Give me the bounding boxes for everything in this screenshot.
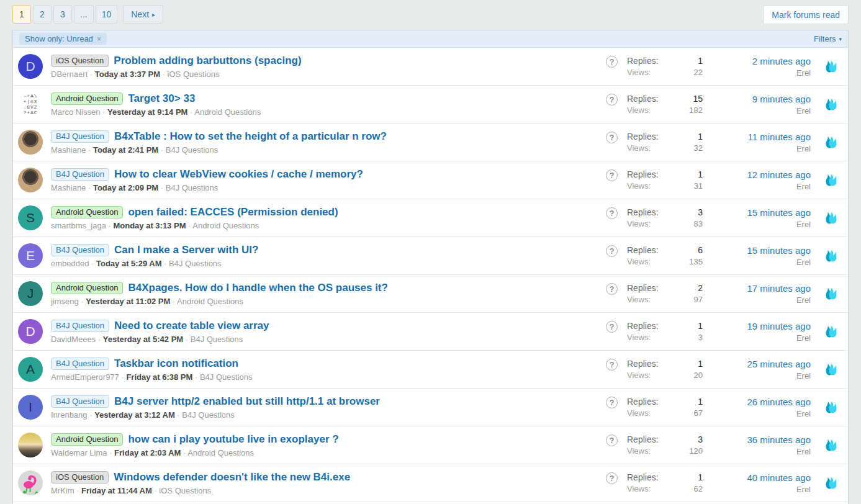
thread-title[interactable]: Target 30> 33	[128, 92, 195, 105]
pagination-page-button[interactable]: 10	[96, 5, 118, 24]
last-poster-avatar[interactable]	[821, 437, 842, 453]
avatar[interactable]: E	[18, 243, 43, 268]
last-reply-time[interactable]: 36 minutes ago	[703, 434, 811, 445]
last-reply-time[interactable]: 15 minutes ago	[703, 207, 811, 218]
thread-meta-author[interactable]: embedded	[51, 259, 89, 268]
last-reply-author[interactable]: Erel	[703, 485, 811, 494]
last-reply-time[interactable]: 17 minutes ago	[703, 283, 811, 294]
last-reply-time[interactable]: 11 minutes ago	[703, 132, 811, 142]
last-poster-avatar[interactable]	[821, 248, 842, 264]
thread-meta-forum[interactable]: Android Questions	[187, 107, 261, 117]
thread-meta-author[interactable]: Marco Nissen	[51, 107, 100, 117]
thread-meta-author[interactable]: ArmedEmperor977	[51, 372, 119, 382]
last-reply-time[interactable]: 19 minutes ago	[703, 321, 811, 331]
thread-meta-author[interactable]: smartbms_jaga	[51, 221, 106, 230]
thread-meta-author[interactable]: Mashiane	[51, 183, 86, 192]
last-reply-time[interactable]: 9 minutes ago	[703, 94, 811, 104]
thread-tag-badge[interactable]: B4J Question	[51, 358, 109, 370]
thread-tag-badge[interactable]: Android Question	[51, 92, 123, 105]
thread-title[interactable]: Windows defender doesn't like the new B4…	[114, 471, 350, 484]
thread-meta-forum[interactable]: B4J Questions	[175, 410, 235, 420]
avatar[interactable]	[18, 130, 43, 155]
avatar[interactable]	[18, 433, 43, 457]
thread-meta-forum[interactable]: Android Questions	[170, 297, 243, 306]
last-poster-avatar[interactable]	[821, 399, 842, 415]
thread-title[interactable]: B4Xpages. How do I handle when the OS pa…	[128, 282, 387, 294]
thread-title[interactable]: How to clear WebView cookies / cache / m…	[114, 168, 363, 181]
thread-meta-date[interactable]: Today at 5:29 AM	[89, 259, 161, 268]
last-poster-avatar[interactable]	[821, 58, 842, 74]
thread-meta-forum[interactable]: iOS Questions	[152, 486, 211, 495]
filters-dropdown[interactable]: Filters ▾	[814, 34, 842, 43]
last-poster-avatar[interactable]	[821, 210, 842, 226]
thread-tag-badge[interactable]: Android Question	[51, 282, 123, 294]
thread-title[interactable]: Can I make a Server with UI?	[114, 244, 258, 256]
thread-meta-author[interactable]: Waldemar Lima	[51, 448, 107, 457]
thread-title[interactable]: how can i play youtube live in exoplayer…	[128, 433, 338, 446]
last-poster-avatar[interactable]	[821, 361, 842, 377]
thread-meta-forum[interactable]: B4J Questions	[161, 259, 221, 268]
last-reply-time[interactable]: 26 minutes ago	[703, 397, 811, 407]
thread-tag-badge[interactable]: B4J Question	[51, 320, 109, 332]
pagination-ellipsis-button[interactable]: ...	[74, 5, 94, 24]
thread-meta-date[interactable]: Today at 3:37 PM	[88, 70, 160, 79]
thread-tag-badge[interactable]: B4J Question	[51, 395, 109, 408]
thread-tag-badge[interactable]: iOS Question	[51, 55, 109, 67]
thread-tag-badge[interactable]: B4J Question	[51, 168, 109, 181]
thread-meta-author[interactable]: MrKim	[51, 486, 74, 495]
last-reply-author[interactable]: Erel	[703, 258, 811, 267]
last-reply-time[interactable]: 15 minutes ago	[703, 245, 811, 256]
last-poster-avatar[interactable]	[821, 172, 842, 188]
pagination-page-button[interactable]: 1	[12, 5, 31, 24]
thread-title[interactable]: open failed: EACCES (Permission denied)	[128, 206, 338, 218]
thread-meta-author[interactable]: Inrenbang	[51, 410, 88, 420]
last-reply-author[interactable]: Erel	[703, 220, 811, 229]
thread-meta-author[interactable]: Mashiane	[51, 145, 86, 155]
last-reply-time[interactable]: 25 minutes ago	[703, 359, 811, 369]
thread-meta-date[interactable]: Yesterday at 9:14 PM	[100, 107, 187, 117]
last-reply-author[interactable]: Erel	[703, 68, 811, 78]
avatar[interactable]: J	[18, 281, 43, 306]
mark-forums-read-button[interactable]: Mark forums read	[763, 5, 849, 24]
avatar[interactable]	[18, 470, 43, 495]
thread-meta-forum[interactable]: iOS Questions	[160, 70, 219, 79]
avatar[interactable]: I	[18, 395, 43, 420]
pagination-page-button[interactable]: 3	[53, 5, 72, 24]
thread-meta-date[interactable]: Yesterday at 5:42 PM	[96, 335, 183, 344]
last-reply-author[interactable]: Erel	[703, 182, 811, 191]
thread-meta-author[interactable]: jimseng	[51, 297, 79, 306]
last-poster-avatar[interactable]	[821, 96, 842, 112]
last-poster-avatar[interactable]	[821, 475, 842, 491]
thread-tag-badge[interactable]: Android Question	[51, 206, 123, 218]
thread-meta-date[interactable]: Friday at 11:44 AM	[74, 486, 152, 495]
thread-meta-date[interactable]: Today at 2:41 PM	[86, 145, 158, 155]
last-reply-time[interactable]: 2 minutes ago	[703, 56, 811, 66]
pagination-page-button[interactable]: 2	[33, 5, 52, 24]
pagination-next-button[interactable]: Next▸	[123, 5, 163, 24]
thread-meta-forum[interactable]: B4J Questions	[183, 335, 243, 344]
thread-meta-date[interactable]: Yesterday at 3:12 AM	[88, 410, 175, 420]
thread-title[interactable]: B4xTable : How to set the height of a pa…	[114, 130, 387, 143]
avatar[interactable]: D	[18, 54, 43, 79]
last-reply-author[interactable]: Erel	[703, 295, 811, 305]
thread-meta-forum[interactable]: Android Questions	[181, 448, 254, 457]
thread-tag-badge[interactable]: iOS Question	[51, 471, 109, 484]
avatar[interactable]	[18, 168, 43, 192]
last-reply-author[interactable]: Erel	[703, 447, 811, 456]
filter-chip-remove-icon[interactable]: ×	[97, 34, 102, 43]
thread-meta-date[interactable]: Friday at 6:38 PM	[119, 372, 193, 382]
thread-tag-badge[interactable]: B4J Question	[51, 244, 109, 256]
last-reply-time[interactable]: 40 minutes ago	[703, 472, 811, 483]
avatar[interactable]: S	[18, 205, 43, 230]
thread-title[interactable]: Taskbar icon notification	[114, 358, 238, 370]
thread-tag-badge[interactable]: Android Question	[51, 433, 123, 446]
thread-meta-forum[interactable]: B4J Questions	[158, 145, 218, 155]
thread-meta-author[interactable]: DavidMeees	[51, 335, 96, 344]
thread-meta-forum[interactable]: Android Questions	[186, 221, 259, 230]
thread-meta-author[interactable]: DBernaert	[51, 70, 88, 79]
last-poster-avatar[interactable]	[821, 323, 842, 340]
avatar[interactable]: D	[18, 319, 43, 344]
last-reply-author[interactable]: Erel	[703, 409, 811, 418]
last-poster-avatar[interactable]	[821, 134, 842, 150]
thread-title[interactable]: Need to create table view array	[114, 320, 269, 332]
